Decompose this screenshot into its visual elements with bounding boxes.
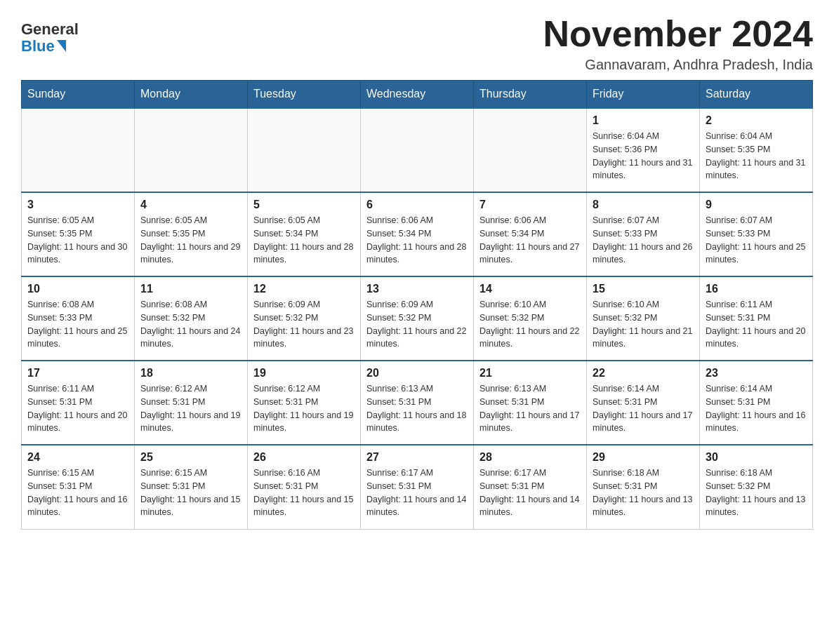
day-info: Sunrise: 6:04 AMSunset: 5:35 PMDaylight:… [706, 130, 807, 182]
day-number: 25 [140, 451, 241, 464]
calendar-cell: 30Sunrise: 6:18 AMSunset: 5:32 PMDayligh… [700, 445, 813, 529]
day-info: Sunrise: 6:10 AMSunset: 5:32 PMDaylight:… [593, 298, 694, 351]
day-info: Sunrise: 6:18 AMSunset: 5:32 PMDaylight:… [706, 467, 807, 519]
day-number: 26 [253, 451, 355, 464]
day-number: 17 [27, 367, 128, 380]
weekday-header-wednesday: Wednesday [361, 81, 474, 109]
calendar-cell: 12Sunrise: 6:09 AMSunset: 5:32 PMDayligh… [248, 276, 361, 361]
day-number: 7 [479, 199, 581, 211]
day-info: Sunrise: 6:14 AMSunset: 5:31 PMDaylight:… [593, 382, 694, 435]
day-info: Sunrise: 6:12 AMSunset: 5:31 PMDaylight:… [140, 382, 241, 435]
day-number: 27 [366, 451, 468, 464]
weekday-header-row: SundayMondayTuesdayWednesdayThursdayFrid… [22, 81, 813, 109]
calendar-cell: 2Sunrise: 6:04 AMSunset: 5:35 PMDaylight… [700, 108, 813, 192]
calendar-cell [135, 108, 248, 192]
day-info: Sunrise: 6:14 AMSunset: 5:31 PMDaylight:… [706, 382, 807, 435]
day-info: Sunrise: 6:07 AMSunset: 5:33 PMDaylight:… [706, 214, 807, 267]
day-number: 24 [27, 451, 128, 464]
day-number: 30 [706, 451, 807, 464]
day-number: 19 [253, 367, 355, 380]
calendar-cell: 24Sunrise: 6:15 AMSunset: 5:31 PMDayligh… [22, 445, 135, 529]
calendar-cell: 1Sunrise: 6:04 AMSunset: 5:36 PMDaylight… [587, 108, 700, 192]
day-number: 18 [140, 367, 241, 380]
day-info: Sunrise: 6:04 AMSunset: 5:36 PMDaylight:… [593, 130, 694, 182]
calendar-cell: 21Sunrise: 6:13 AMSunset: 5:31 PMDayligh… [474, 361, 587, 445]
calendar-cell: 8Sunrise: 6:07 AMSunset: 5:33 PMDaylight… [587, 192, 700, 276]
logo: General Blue [21, 21, 79, 55]
day-info: Sunrise: 6:17 AMSunset: 5:31 PMDaylight:… [479, 467, 581, 519]
day-info: Sunrise: 6:05 AMSunset: 5:35 PMDaylight:… [140, 214, 241, 267]
calendar-cell [22, 108, 135, 192]
day-info: Sunrise: 6:15 AMSunset: 5:31 PMDaylight:… [27, 467, 128, 519]
logo-general: General [21, 21, 79, 38]
calendar-cell: 4Sunrise: 6:05 AMSunset: 5:35 PMDaylight… [135, 192, 248, 276]
day-info: Sunrise: 6:13 AMSunset: 5:31 PMDaylight:… [479, 382, 581, 435]
calendar-cell: 7Sunrise: 6:06 AMSunset: 5:34 PMDaylight… [474, 192, 587, 276]
day-number: 6 [366, 199, 468, 211]
calendar-week-5: 24Sunrise: 6:15 AMSunset: 5:31 PMDayligh… [22, 445, 813, 529]
calendar-cell: 22Sunrise: 6:14 AMSunset: 5:31 PMDayligh… [587, 361, 700, 445]
day-info: Sunrise: 6:11 AMSunset: 5:31 PMDaylight:… [706, 298, 807, 351]
calendar-cell [474, 108, 587, 192]
day-info: Sunrise: 6:06 AMSunset: 5:34 PMDaylight:… [366, 214, 468, 267]
day-number: 13 [366, 283, 468, 295]
logo-blue: Blue [21, 38, 55, 55]
day-number: 2 [706, 114, 807, 127]
weekday-header-friday: Friday [587, 81, 700, 109]
weekday-header-sunday: Sunday [22, 81, 135, 109]
day-info: Sunrise: 6:08 AMSunset: 5:32 PMDaylight:… [140, 298, 241, 351]
calendar-cell: 23Sunrise: 6:14 AMSunset: 5:31 PMDayligh… [700, 361, 813, 445]
calendar-cell: 25Sunrise: 6:15 AMSunset: 5:31 PMDayligh… [135, 445, 248, 529]
calendar-cell: 5Sunrise: 6:05 AMSunset: 5:34 PMDaylight… [248, 192, 361, 276]
day-number: 28 [479, 451, 581, 464]
weekday-header-tuesday: Tuesday [248, 81, 361, 109]
location: Gannavaram, Andhra Pradesh, India [543, 57, 813, 73]
day-number: 14 [479, 283, 581, 295]
day-number: 22 [593, 367, 694, 380]
day-info: Sunrise: 6:05 AMSunset: 5:34 PMDaylight:… [253, 214, 355, 267]
calendar-cell: 28Sunrise: 6:17 AMSunset: 5:31 PMDayligh… [474, 445, 587, 529]
calendar-cell: 26Sunrise: 6:16 AMSunset: 5:31 PMDayligh… [248, 445, 361, 529]
calendar-cell: 6Sunrise: 6:06 AMSunset: 5:34 PMDaylight… [361, 192, 474, 276]
logo-triangle-icon [57, 40, 66, 52]
weekday-header-thursday: Thursday [474, 81, 587, 109]
day-info: Sunrise: 6:12 AMSunset: 5:31 PMDaylight:… [253, 382, 355, 435]
calendar-cell: 13Sunrise: 6:09 AMSunset: 5:32 PMDayligh… [361, 276, 474, 361]
day-info: Sunrise: 6:11 AMSunset: 5:31 PMDaylight:… [27, 382, 128, 435]
calendar-cell: 15Sunrise: 6:10 AMSunset: 5:32 PMDayligh… [587, 276, 700, 361]
day-number: 23 [706, 367, 807, 380]
calendar-cell: 29Sunrise: 6:18 AMSunset: 5:31 PMDayligh… [587, 445, 700, 529]
calendar-week-3: 10Sunrise: 6:08 AMSunset: 5:33 PMDayligh… [22, 276, 813, 361]
day-number: 21 [479, 367, 581, 380]
calendar-week-1: 1Sunrise: 6:04 AMSunset: 5:36 PMDaylight… [22, 108, 813, 192]
day-number: 3 [27, 199, 128, 211]
calendar-cell: 27Sunrise: 6:17 AMSunset: 5:31 PMDayligh… [361, 445, 474, 529]
day-number: 8 [593, 199, 694, 211]
day-info: Sunrise: 6:09 AMSunset: 5:32 PMDaylight:… [253, 298, 355, 351]
weekday-header-saturday: Saturday [700, 81, 813, 109]
day-info: Sunrise: 6:07 AMSunset: 5:33 PMDaylight:… [593, 214, 694, 267]
calendar-cell: 3Sunrise: 6:05 AMSunset: 5:35 PMDaylight… [22, 192, 135, 276]
day-number: 29 [593, 451, 694, 464]
calendar-cell: 18Sunrise: 6:12 AMSunset: 5:31 PMDayligh… [135, 361, 248, 445]
page-header: General Blue November 2024 Gannavaram, A… [21, 14, 813, 73]
calendar-cell: 17Sunrise: 6:11 AMSunset: 5:31 PMDayligh… [22, 361, 135, 445]
day-number: 9 [706, 199, 807, 211]
day-number: 5 [253, 199, 355, 211]
calendar-cell: 9Sunrise: 6:07 AMSunset: 5:33 PMDaylight… [700, 192, 813, 276]
day-number: 15 [593, 283, 694, 295]
day-info: Sunrise: 6:09 AMSunset: 5:32 PMDaylight:… [366, 298, 468, 351]
day-number: 4 [140, 199, 241, 211]
day-info: Sunrise: 6:13 AMSunset: 5:31 PMDaylight:… [366, 382, 468, 435]
day-info: Sunrise: 6:18 AMSunset: 5:31 PMDaylight:… [593, 467, 694, 519]
day-number: 10 [27, 283, 128, 295]
calendar-cell: 10Sunrise: 6:08 AMSunset: 5:33 PMDayligh… [22, 276, 135, 361]
day-info: Sunrise: 6:17 AMSunset: 5:31 PMDaylight:… [366, 467, 468, 519]
calendar-week-4: 17Sunrise: 6:11 AMSunset: 5:31 PMDayligh… [22, 361, 813, 445]
day-number: 1 [593, 114, 694, 127]
title-section: November 2024 Gannavaram, Andhra Pradesh… [543, 14, 813, 73]
calendar-cell: 14Sunrise: 6:10 AMSunset: 5:32 PMDayligh… [474, 276, 587, 361]
calendar-cell: 11Sunrise: 6:08 AMSunset: 5:32 PMDayligh… [135, 276, 248, 361]
calendar-cell: 16Sunrise: 6:11 AMSunset: 5:31 PMDayligh… [700, 276, 813, 361]
day-info: Sunrise: 6:16 AMSunset: 5:31 PMDaylight:… [253, 467, 355, 519]
